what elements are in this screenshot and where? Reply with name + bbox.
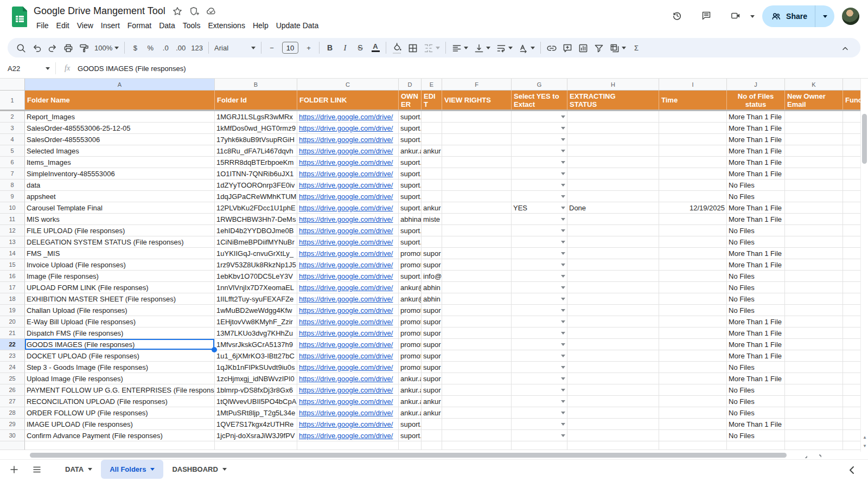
cell[interactable]: More Than 1 File xyxy=(727,202,785,214)
undo-icon[interactable] xyxy=(29,40,44,55)
cell[interactable] xyxy=(567,157,659,168)
column-header-I[interactable]: I xyxy=(659,79,727,91)
cell[interactable] xyxy=(785,407,843,419)
cell[interactable]: No Files xyxy=(727,305,785,316)
cell[interactable]: https://drive.google.com/drive/ xyxy=(297,214,399,225)
cell[interactable]: ankur xyxy=(422,407,442,419)
cell[interactable] xyxy=(512,225,567,236)
folder-link[interactable]: https://drive.google.com/drive/ xyxy=(299,249,393,258)
cell[interactable]: https://drive.google.com/drive/ xyxy=(297,373,399,384)
cell[interactable] xyxy=(659,293,727,305)
cell[interactable] xyxy=(567,316,659,328)
cell[interactable]: Step 3 - Goods Image (File responses) xyxy=(25,362,215,373)
cell[interactable]: https://drive.google.com/drive/ xyxy=(297,145,399,157)
cell[interactable]: ORDER FOLLOW UP (File responses) xyxy=(25,407,215,419)
selected-cell[interactable]: GOODS IMAGES (File responses) xyxy=(25,339,215,350)
cell[interactable] xyxy=(785,328,843,339)
vertical-scrollbar[interactable]: ▲ ▼ xyxy=(860,79,868,452)
cell[interactable]: suport. xyxy=(399,123,422,134)
cell[interactable] xyxy=(567,419,659,430)
cell[interactable]: ankur@ xyxy=(399,282,422,293)
cell[interactable]: ankur.a xyxy=(399,384,422,396)
cell[interactable] xyxy=(843,305,860,316)
cell[interactable]: More Than 1 File xyxy=(727,145,785,157)
cell[interactable] xyxy=(843,419,860,430)
collapse-toolbar-icon[interactable] xyxy=(837,40,853,55)
cell[interactable]: promot xyxy=(399,305,422,316)
cell[interactable]: Invoice Upload (File responses) xyxy=(25,259,215,271)
cell[interactable] xyxy=(422,123,442,134)
cell[interactable]: RECONCILATION UPLOAD (File responses) xyxy=(25,396,215,407)
cell[interactable]: FMS _MIS xyxy=(25,248,215,259)
avatar[interactable] xyxy=(842,8,859,25)
cell[interactable]: No Files xyxy=(727,191,785,202)
version-history-icon[interactable] xyxy=(667,5,688,27)
folder-link[interactable]: https://drive.google.com/drive/ xyxy=(299,227,393,235)
cell[interactable]: Selected Images xyxy=(25,145,215,157)
cell[interactable] xyxy=(659,236,727,248)
cell[interactable]: suport. xyxy=(399,111,422,123)
cell[interactable]: 1tQlWvevUBII5PO4bCpA xyxy=(215,396,297,407)
cell[interactable]: 1QVE7S17kgx4zUTHRe xyxy=(215,419,297,430)
cell[interactable]: ankur xyxy=(422,145,442,157)
cell[interactable] xyxy=(442,168,512,179)
cell[interactable] xyxy=(422,419,442,430)
cell[interactable] xyxy=(567,225,659,236)
column-header-C[interactable]: C xyxy=(297,79,399,91)
row-header-10[interactable]: 10 xyxy=(0,202,25,214)
cell[interactable] xyxy=(843,441,860,450)
cell[interactable] xyxy=(659,373,727,384)
row-header-14[interactable]: 14 xyxy=(0,248,25,259)
cell[interactable] xyxy=(442,225,512,236)
cell[interactable]: suport. xyxy=(399,168,422,179)
cell[interactable]: SalesOrder-485553006 xyxy=(25,134,215,145)
folder-link[interactable]: https://drive.google.com/drive/ xyxy=(299,272,393,280)
cell[interactable]: No Files xyxy=(727,236,785,248)
cell[interactable]: SimpleInventory-485553006 xyxy=(25,168,215,179)
cell[interactable] xyxy=(659,248,727,259)
cell[interactable]: https://drive.google.com/drive/ xyxy=(297,305,399,316)
cell[interactable] xyxy=(843,384,860,396)
menu-edit[interactable]: Edit xyxy=(53,20,73,31)
cell[interactable]: https://drive.google.com/drive/ xyxy=(297,407,399,419)
cell[interactable]: promot xyxy=(399,339,422,350)
cell[interactable] xyxy=(843,396,860,407)
cell-dropdown-icon[interactable] xyxy=(561,275,565,278)
shield-plus-icon[interactable] xyxy=(189,6,199,16)
cell[interactable] xyxy=(512,145,567,157)
cell[interactable] xyxy=(442,123,512,134)
row-header-25[interactable]: 25 xyxy=(0,373,25,384)
cell[interactable]: https://drive.google.com/drive/ xyxy=(297,328,399,339)
cell-dropdown-icon[interactable] xyxy=(561,207,565,209)
menu-tools[interactable]: Tools xyxy=(179,20,205,31)
cell[interactable] xyxy=(567,111,659,123)
cell[interactable] xyxy=(567,339,659,350)
cell[interactable] xyxy=(422,179,442,191)
cell[interactable]: supor xyxy=(422,350,442,362)
cell[interactable]: appsheet xyxy=(25,191,215,202)
cell[interactable] xyxy=(567,362,659,373)
cell[interactable]: https://drive.google.com/drive/ xyxy=(297,271,399,282)
cell-dropdown-icon[interactable] xyxy=(561,286,565,289)
cell[interactable] xyxy=(843,225,860,236)
cell[interactable] xyxy=(442,407,512,419)
cell[interactable]: abhin xyxy=(422,282,442,293)
cell[interactable] xyxy=(442,350,512,362)
cell[interactable] xyxy=(567,271,659,282)
folder-link[interactable]: https://drive.google.com/drive/ xyxy=(299,124,393,132)
cell[interactable] xyxy=(659,157,727,168)
folder-link[interactable]: https://drive.google.com/drive/ xyxy=(299,204,393,212)
cell[interactable] xyxy=(659,305,727,316)
folder-link[interactable]: https://drive.google.com/drive/ xyxy=(299,295,393,303)
cell[interactable] xyxy=(567,328,659,339)
comments-icon[interactable] xyxy=(696,5,718,27)
redo-icon[interactable] xyxy=(44,40,60,55)
row-header-23[interactable]: 23 xyxy=(0,350,25,362)
cell[interactable]: More Than 1 File xyxy=(727,214,785,225)
row-header-19[interactable]: 19 xyxy=(0,305,25,316)
cell[interactable]: ankur.a xyxy=(399,407,422,419)
folder-link[interactable]: https://drive.google.com/drive/ xyxy=(299,329,393,337)
column-header-D[interactable]: D xyxy=(399,79,422,91)
cell[interactable] xyxy=(659,179,727,191)
cell[interactable] xyxy=(785,202,843,214)
